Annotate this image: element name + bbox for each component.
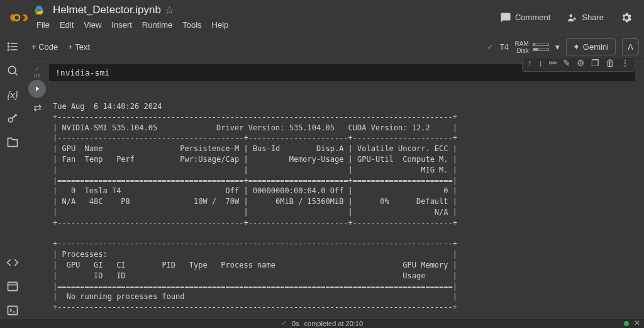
notebook-main: ↑ ↓ ⚯ ✎ ⚙ ❐ 🗑 ⋮ ✓ 0s !nvidia-smi ⇄ Tue A…: [25, 59, 644, 318]
disk-bar: [533, 48, 549, 51]
ram-bar: [533, 43, 549, 46]
move-up-icon[interactable]: ↑: [528, 59, 532, 68]
menu-tools[interactable]: Tools: [179, 18, 205, 31]
comment-button[interactable]: Comment: [496, 8, 554, 27]
status-completed: completed at 20:10: [304, 320, 364, 327]
menu-help[interactable]: Help: [208, 18, 233, 31]
cell-toolbar: ↑ ↓ ⚯ ✎ ⚙ ❐ 🗑 ⋮: [522, 59, 635, 72]
gpu-label: T4: [500, 43, 509, 52]
close-status-icon[interactable]: ✕: [634, 319, 640, 327]
menu-insert[interactable]: Insert: [108, 18, 136, 31]
notebook-title[interactable]: Helmet_Detector.ipynb: [53, 4, 161, 16]
colab-logo[interactable]: [8, 6, 30, 29]
link-icon[interactable]: ⚯: [549, 59, 557, 68]
code-cell[interactable]: ↑ ↓ ⚯ ✎ ⚙ ❐ 🗑 ⋮ ✓ 0s !nvidia-smi ⇄ Tue A…: [25, 64, 644, 318]
menu-file[interactable]: File: [33, 18, 53, 31]
star-icon[interactable]: ☆: [165, 4, 174, 17]
run-button[interactable]: [28, 80, 46, 98]
variables-icon[interactable]: {x}: [5, 87, 20, 102]
status-check-icon: ✓: [281, 319, 287, 327]
ram-label: RAM: [515, 40, 529, 47]
more-icon[interactable]: ⋮: [621, 59, 630, 68]
cell-output: Tue Aug 6 14:40:26 2024 +---------------…: [49, 100, 644, 318]
svg-point-6: [8, 46, 9, 47]
disk-label: Disk: [516, 47, 528, 54]
svg-point-1: [574, 17, 576, 20]
cell-settings-icon[interactable]: ⚙: [577, 59, 585, 68]
output-toggle-icon[interactable]: ⇄: [33, 101, 42, 318]
toolbar: + Code + Text ✓ T4 RAM Disk ▾ ✦ Gemini ᐱ: [0, 35, 644, 59]
svg-rect-11: [8, 282, 18, 290]
exec-check-icon: ✓: [35, 65, 40, 72]
comment-label: Comment: [515, 13, 550, 22]
exec-time: 0s: [34, 72, 40, 79]
resource-indicator[interactable]: RAM Disk: [515, 40, 549, 54]
files-icon[interactable]: [5, 135, 20, 150]
svg-point-0: [570, 14, 573, 17]
share-label: Share: [582, 13, 604, 22]
menu-bar: File Edit View Insert Runtime Tools Help: [33, 18, 232, 31]
add-code-button[interactable]: + Code: [26, 40, 63, 54]
toc-icon[interactable]: [5, 39, 20, 54]
kernel-status-icon: [624, 321, 629, 326]
gemini-button[interactable]: ✦ Gemini: [566, 38, 616, 55]
svg-line-9: [15, 73, 18, 76]
mirror-icon[interactable]: ❐: [591, 59, 599, 68]
menu-view[interactable]: View: [80, 18, 105, 31]
resources-dropdown[interactable]: ▾: [555, 42, 560, 52]
svg-rect-13: [8, 306, 18, 314]
svg-point-5: [8, 43, 9, 44]
left-rail: {x}: [0, 35, 25, 318]
svg-point-8: [8, 66, 16, 74]
settings-button[interactable]: [616, 8, 636, 28]
command-palette-icon[interactable]: [5, 279, 20, 294]
menu-edit[interactable]: Edit: [56, 18, 77, 31]
add-text-button[interactable]: + Text: [63, 40, 95, 54]
secrets-icon[interactable]: [5, 111, 20, 126]
status-time: 0s: [292, 320, 299, 327]
share-button[interactable]: Share: [563, 8, 608, 27]
move-down-icon[interactable]: ↓: [538, 59, 543, 68]
collapse-toolbar-button[interactable]: ᐱ: [622, 38, 639, 55]
svg-point-7: [8, 49, 9, 50]
header: Helmet_Detector.ipynb ☆ File Edit View I…: [0, 0, 644, 35]
svg-point-10: [8, 118, 13, 122]
delete-icon[interactable]: 🗑: [606, 59, 614, 68]
connection-status-icon: ✓: [487, 42, 494, 52]
drive-icon: [33, 4, 45, 16]
terminal-icon[interactable]: [5, 303, 20, 318]
menu-runtime[interactable]: Runtime: [138, 18, 176, 31]
code-snippets-icon[interactable]: [5, 255, 20, 270]
edit-icon[interactable]: ✎: [563, 59, 570, 68]
search-icon[interactable]: [5, 63, 20, 78]
status-bar: ✓ 0s completed at 20:10: [0, 318, 644, 328]
